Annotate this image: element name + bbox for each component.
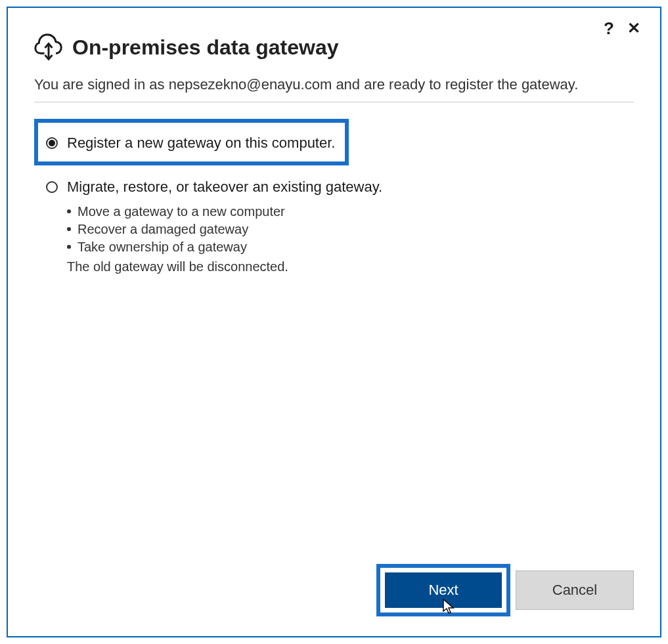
button-bar: Next Cancel [34, 564, 634, 616]
option-migrate-details: Move a gateway to a new computer Recover… [67, 203, 634, 276]
bullet-recover-gateway: Recover a damaged gateway [67, 221, 634, 238]
gateway-options: Register a new gateway on this computer.… [34, 119, 634, 564]
bullet-text: Recover a damaged gateway [78, 221, 248, 238]
bullet-icon [67, 209, 71, 213]
page-title: On-premises data gateway [72, 35, 338, 60]
option-migrate[interactable]: Migrate, restore, or takeover an existin… [34, 172, 634, 201]
gateway-installer-window: ? ✕ On-premises data gateway You are sig… [7, 7, 661, 637]
help-button[interactable]: ? [604, 20, 614, 37]
bullet-text: Take ownership of a gateway [78, 238, 247, 256]
option-register-label: Register a new gateway on this computer. [67, 135, 335, 152]
next-button-highlight: Next [376, 564, 510, 616]
cancel-button[interactable]: Cancel [516, 570, 634, 610]
close-button[interactable]: ✕ [627, 20, 640, 36]
option-migrate-note: The old gateway will be disconnected. [67, 257, 634, 276]
radio-migrate[interactable] [46, 181, 58, 193]
bullet-take-ownership: Take ownership of a gateway [67, 238, 634, 256]
cloud-upload-icon [34, 33, 63, 62]
bullet-icon [67, 245, 71, 249]
signed-in-message: You are signed in as nepsezekno@enayu.co… [34, 74, 634, 102]
bullet-text: Move a gateway to a new computer [78, 203, 285, 221]
next-button[interactable]: Next [384, 572, 502, 609]
radio-register-new[interactable] [46, 137, 58, 149]
option-register-new[interactable]: Register a new gateway on this computer. [34, 119, 349, 165]
bullet-icon [67, 227, 71, 231]
bullet-move-gateway: Move a gateway to a new computer [67, 203, 634, 221]
option-migrate-label: Migrate, restore, or takeover an existin… [67, 179, 382, 196]
